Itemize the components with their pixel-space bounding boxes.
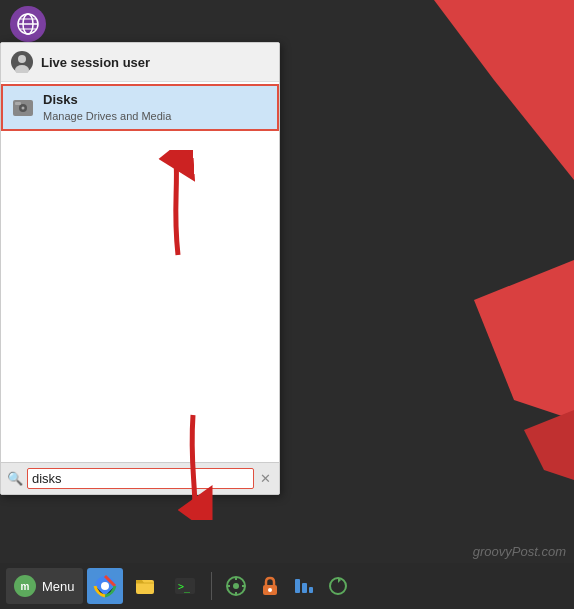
svg-point-25: [233, 583, 239, 589]
disk-app-icon: [11, 96, 35, 120]
svg-rect-28: [295, 579, 300, 593]
app-list: Disks Manage Drives and Media: [1, 82, 279, 462]
mint-logo-icon: m: [14, 575, 36, 597]
svg-point-9: [18, 55, 26, 63]
files-icon: [133, 574, 157, 598]
svg-point-27: [268, 588, 272, 592]
search-clear-button[interactable]: ✕: [258, 471, 273, 486]
svg-rect-30: [309, 587, 313, 593]
search-icon: 🔍: [7, 471, 23, 486]
lock-icon: [259, 575, 281, 597]
network-manager-icon[interactable]: [288, 570, 320, 602]
app-item-disks-desc: Manage Drives and Media: [43, 109, 171, 123]
menu-search-bar: 🔍 ✕: [1, 462, 279, 494]
app-item-disks[interactable]: Disks Manage Drives and Media: [1, 84, 279, 131]
quick-launch-row: [220, 570, 354, 602]
svg-rect-14: [15, 102, 21, 105]
refresh-icon[interactable]: [322, 570, 354, 602]
svg-point-20: [101, 582, 109, 590]
taskbar: m Menu >_: [0, 563, 574, 609]
sync-icon: [327, 575, 349, 597]
svg-text:>_: >_: [178, 581, 191, 593]
gear-icon: [225, 575, 247, 597]
taskbar-terminal-app[interactable]: >_: [167, 568, 203, 604]
watermark: groovyPost.com: [473, 544, 566, 559]
taskbar-divider: [211, 572, 212, 600]
user-avatar-icon: [11, 51, 33, 73]
menu-header: Live session user: [1, 43, 279, 82]
software-manager-icon[interactable]: [254, 570, 286, 602]
app-launcher-button[interactable]: [10, 6, 46, 42]
start-button[interactable]: m Menu: [6, 568, 83, 604]
svg-text:m: m: [21, 581, 30, 592]
svg-point-13: [22, 106, 25, 109]
svg-rect-29: [302, 583, 307, 593]
user-name: Live session user: [41, 55, 150, 70]
update-manager-icon[interactable]: [220, 570, 252, 602]
app-item-disks-name: Disks: [43, 92, 171, 109]
terminal-icon: >_: [173, 574, 197, 598]
taskbar-files-app[interactable]: [127, 568, 163, 604]
app-item-disks-text: Disks Manage Drives and Media: [43, 92, 171, 123]
start-button-label: Menu: [42, 579, 75, 594]
network-icon: [293, 575, 315, 597]
application-menu: Live session user Disks Manage Drives an…: [0, 42, 280, 495]
search-input[interactable]: [27, 468, 254, 489]
chrome-icon: [93, 574, 117, 598]
taskbar-browser-app[interactable]: [87, 568, 123, 604]
